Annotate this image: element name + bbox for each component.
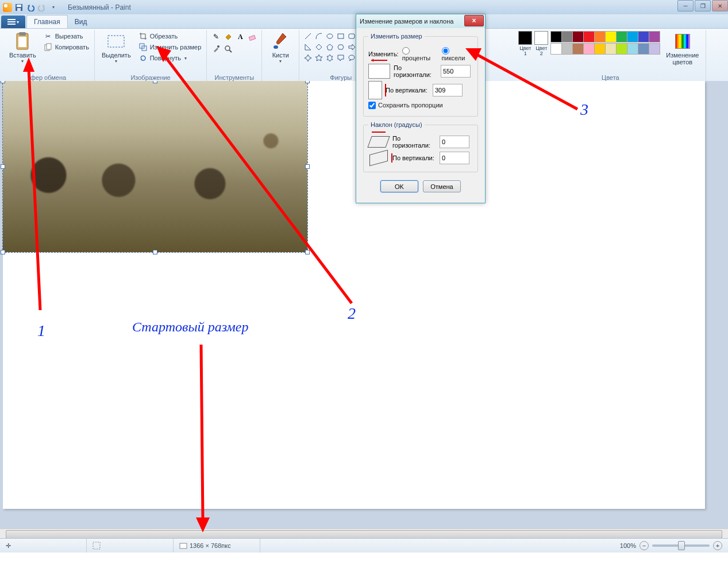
palette-color[interactable]	[627, 31, 638, 43]
maximize-button[interactable]: ❐	[695, 0, 711, 11]
group-clipboard: Вставить ▾ ✂Вырезать Копировать фер обме…	[2, 30, 95, 83]
paint-menu-icon[interactable]	[2, 2, 13, 13]
undo-icon[interactable]	[25, 2, 36, 13]
palette-color[interactable]	[605, 43, 617, 55]
resize-button[interactable]: Изменить размер	[137, 42, 203, 52]
star5-shape-icon[interactable]	[314, 53, 324, 63]
selected-image[interactable]	[3, 81, 307, 252]
dialog-title: Изменение размеров и наклона	[360, 18, 453, 25]
palette-color[interactable]	[583, 31, 595, 43]
zoom-in-button[interactable]: +	[713, 541, 722, 550]
save-icon[interactable]	[14, 2, 24, 13]
pencil-tool-icon[interactable]: ✎	[210, 31, 222, 43]
svg-rect-2	[17, 8, 21, 11]
palette-color[interactable]	[638, 43, 649, 55]
dialog-titlebar[interactable]: Изменение размеров и наклона ×	[356, 14, 485, 28]
palette-color[interactable]	[561, 31, 573, 43]
palette-color[interactable]	[605, 31, 617, 43]
select-rect-icon	[107, 32, 125, 51]
palette-color[interactable]	[572, 31, 584, 43]
titlebar: ▾ Безымянный - Paint ─ ❐ ✕	[0, 0, 728, 14]
palette-color[interactable]	[649, 43, 660, 55]
edit-colors-button[interactable]: Изменение цветов	[662, 31, 702, 67]
magnifier-tool-icon[interactable]	[222, 43, 234, 55]
zoom-slider[interactable]	[652, 544, 710, 547]
hexagon-shape-icon[interactable]	[336, 42, 346, 52]
vert-input[interactable]	[433, 84, 463, 96]
file-menu-button[interactable]: ▾	[1, 16, 25, 28]
percent-radio[interactable]: проценты	[402, 47, 438, 61]
color1-button[interactable]: Цвет 1	[518, 31, 532, 56]
color1-swatch	[518, 31, 532, 45]
skew-vert-input[interactable]	[440, 152, 469, 164]
palette-color[interactable]	[561, 43, 573, 55]
select-button[interactable]: Выделить ▾	[98, 31, 134, 65]
oval-shape-icon[interactable]	[325, 31, 335, 41]
diamond-shape-icon[interactable]	[314, 42, 324, 52]
redo-icon[interactable]	[37, 2, 47, 13]
group-tools: ✎ A Инструменты	[207, 30, 262, 83]
palette-color[interactable]	[627, 43, 638, 55]
dialog-close-button[interactable]: ×	[464, 15, 484, 26]
svg-rect-1	[17, 5, 21, 7]
clipboard-icon	[13, 32, 32, 51]
palette-color[interactable]	[550, 43, 562, 55]
horizontal-scrollbar[interactable]	[0, 528, 728, 539]
minimize-button[interactable]: ─	[677, 0, 694, 11]
star6-shape-icon[interactable]	[325, 53, 335, 63]
scrollbar-thumb[interactable]	[6, 530, 722, 539]
palette-color[interactable]	[616, 31, 627, 43]
horiz-input[interactable]	[441, 65, 471, 78]
pentagon-shape-icon[interactable]	[325, 42, 335, 52]
resize-icon	[138, 43, 148, 52]
pixels-radio[interactable]: пиксели	[442, 47, 473, 61]
fill-tool-icon[interactable]	[222, 31, 234, 43]
cut-button[interactable]: ✂Вырезать	[42, 31, 91, 41]
palette-color[interactable]	[550, 31, 562, 43]
palette-color[interactable]	[572, 43, 584, 55]
svg-rect-5	[7, 19, 16, 20]
canvas-size-section: 1366 × 768пкс	[174, 539, 260, 553]
palette-color[interactable]	[594, 43, 606, 55]
canvas-size-value: 1366 × 768пкс	[190, 542, 231, 549]
copy-button[interactable]: Копировать	[42, 42, 91, 52]
group-brushes: Кисти ▾ .	[262, 30, 299, 83]
tab-view[interactable]: Вид	[68, 16, 94, 28]
keep-ratio-checkbox[interactable]: Сохранить пропорции	[368, 102, 443, 110]
svg-rect-17	[249, 35, 256, 40]
zoom-out-button[interactable]: −	[640, 541, 649, 550]
paste-button[interactable]: Вставить ▾	[6, 31, 40, 65]
close-button[interactable]: ✕	[712, 0, 728, 11]
horizontal-dim-icon	[368, 64, 390, 79]
curve-shape-icon[interactable]	[314, 31, 324, 41]
palette-color[interactable]	[649, 31, 660, 43]
callout-rect-shape-icon[interactable]	[336, 53, 346, 63]
svg-marker-34	[327, 55, 333, 61]
brushes-button[interactable]: Кисти ▾	[265, 31, 295, 65]
skew-vert-label: По вертикали:	[392, 154, 436, 161]
star4-shape-icon[interactable]	[303, 53, 313, 63]
palette-color[interactable]	[594, 31, 606, 43]
rect-shape-icon[interactable]	[336, 31, 346, 41]
color-palette[interactable]	[550, 31, 659, 55]
tab-home[interactable]: Главная	[26, 15, 68, 28]
canvas[interactable]	[3, 81, 705, 509]
ok-button[interactable]: OK	[380, 180, 418, 192]
crop-button[interactable]: Обрезать	[137, 31, 203, 41]
rotate-button[interactable]: Повернуть▾	[137, 53, 203, 63]
eraser-tool-icon[interactable]	[246, 31, 258, 43]
palette-color[interactable]	[638, 31, 649, 43]
text-tool-icon[interactable]: A	[234, 31, 246, 43]
palette-color[interactable]	[616, 43, 627, 55]
picker-tool-icon[interactable]	[210, 43, 222, 55]
cancel-button[interactable]: Отмена	[423, 180, 461, 192]
line-shape-icon[interactable]	[303, 31, 313, 41]
crosshair-icon: ✛	[6, 542, 11, 550]
skew-horiz-label: По горизонтали:	[392, 135, 436, 149]
color2-button[interactable]: Цвет 2	[534, 31, 548, 56]
rtriangle-shape-icon[interactable]	[303, 42, 313, 52]
skew-horiz-input[interactable]	[440, 136, 469, 148]
palette-color[interactable]	[583, 43, 595, 55]
svg-marker-29	[316, 44, 322, 50]
qat-dropdown-icon[interactable]: ▾	[48, 2, 59, 13]
